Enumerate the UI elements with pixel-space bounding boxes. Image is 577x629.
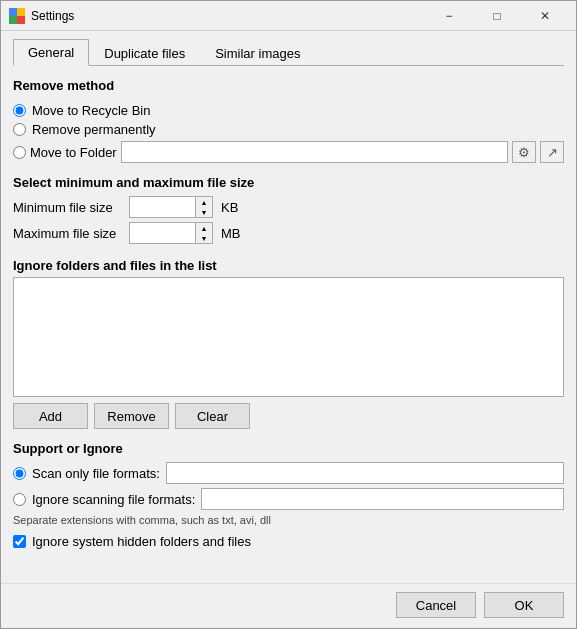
ok-button[interactable]: OK <box>484 592 564 618</box>
min-size-spinner: 0 ▲ ▼ <box>129 196 213 218</box>
svg-rect-1 <box>17 8 25 16</box>
remove-method-label: Remove method <box>13 78 564 93</box>
open-icon: ↗ <box>547 145 558 160</box>
checkbox-system-hidden[interactable] <box>13 535 26 548</box>
main-content: General Duplicate files Similar images R… <box>1 31 576 583</box>
hint-text: Separate extensions with comma, such as … <box>13 514 564 526</box>
min-size-up[interactable]: ▲ <box>196 197 212 207</box>
cancel-button[interactable]: Cancel <box>396 592 476 618</box>
remove-method-section: Remove method Move to Recycle Bin Remove… <box>13 78 564 163</box>
radio-row-recycle: Move to Recycle Bin <box>13 103 564 118</box>
list-action-buttons: Add Remove Clear <box>13 403 564 429</box>
gear-icon: ⚙ <box>518 145 530 160</box>
min-size-label: Minimum file size <box>13 200 123 215</box>
label-scan-formats[interactable]: Scan only file formats: <box>32 466 160 481</box>
support-section: Support or Ignore Scan only file formats… <box>13 441 564 549</box>
radio-row-folder: Move to Folder ⚙ ↗ <box>13 141 564 163</box>
label-ignore-formats[interactable]: Ignore scanning file formats: <box>32 492 195 507</box>
tab-similar-images[interactable]: Similar images <box>200 39 315 66</box>
window-controls: − □ ✕ <box>426 4 568 28</box>
ignore-list-label: Ignore folders and files in the list <box>13 258 564 273</box>
max-size-row: Maximum file size 100000 ▲ ▼ MB <box>13 222 564 244</box>
system-hidden-row: Ignore system hidden folders and files <box>13 534 564 549</box>
max-size-spinner: 100000 ▲ ▼ <box>129 222 213 244</box>
footer: Cancel OK <box>1 583 576 628</box>
radio-move-to-folder[interactable] <box>13 146 26 159</box>
max-unit-label: MB <box>221 226 241 241</box>
min-unit-label: KB <box>221 200 238 215</box>
window-title: Settings <box>31 9 426 23</box>
title-bar: Settings − □ ✕ <box>1 1 576 31</box>
svg-rect-2 <box>9 16 17 24</box>
label-system-hidden[interactable]: Ignore system hidden folders and files <box>32 534 251 549</box>
radio-ignore-formats[interactable] <box>13 493 26 506</box>
file-size-section: Select minimum and maximum file size Min… <box>13 175 564 248</box>
label-recycle-bin[interactable]: Move to Recycle Bin <box>32 103 151 118</box>
scan-formats-row: Scan only file formats: <box>13 462 564 484</box>
min-size-down[interactable]: ▼ <box>196 207 212 217</box>
ignore-list-box[interactable] <box>13 277 564 397</box>
max-size-arrows: ▲ ▼ <box>195 223 212 243</box>
radio-scan-formats[interactable] <box>13 467 26 480</box>
open-folder-button[interactable]: ↗ <box>540 141 564 163</box>
close-button[interactable]: ✕ <box>522 4 568 28</box>
tab-duplicate-files[interactable]: Duplicate files <box>89 39 200 66</box>
radio-recycle-bin[interactable] <box>13 104 26 117</box>
clear-button[interactable]: Clear <box>175 403 250 429</box>
tab-bar: General Duplicate files Similar images <box>13 39 564 66</box>
minimize-button[interactable]: − <box>426 4 472 28</box>
tab-general[interactable]: General <box>13 39 89 66</box>
max-size-down[interactable]: ▼ <box>196 233 212 243</box>
label-move-to-folder[interactable]: Move to Folder <box>30 145 117 160</box>
max-size-up[interactable]: ▲ <box>196 223 212 233</box>
max-size-input[interactable]: 100000 <box>130 223 195 243</box>
svg-rect-3 <box>17 16 25 24</box>
settings-window: Settings − □ ✕ General Duplicate files S… <box>0 0 577 629</box>
svg-rect-0 <box>9 8 17 16</box>
min-size-row: Minimum file size 0 ▲ ▼ KB <box>13 196 564 218</box>
app-icon <box>9 8 25 24</box>
ignore-formats-input[interactable] <box>201 488 564 510</box>
remove-button[interactable]: Remove <box>94 403 169 429</box>
maximize-button[interactable]: □ <box>474 4 520 28</box>
min-size-arrows: ▲ ▼ <box>195 197 212 217</box>
file-size-label: Select minimum and maximum file size <box>13 175 564 190</box>
radio-row-permanent: Remove permanently <box>13 122 564 137</box>
min-size-input[interactable]: 0 <box>130 197 195 217</box>
folder-path-input[interactable] <box>121 141 508 163</box>
gear-button[interactable]: ⚙ <box>512 141 536 163</box>
radio-remove-permanently[interactable] <box>13 123 26 136</box>
support-label: Support or Ignore <box>13 441 564 456</box>
ignore-list-section: Ignore folders and files in the list Add… <box>13 258 564 441</box>
add-button[interactable]: Add <box>13 403 88 429</box>
scan-formats-input[interactable] <box>166 462 564 484</box>
max-size-label: Maximum file size <box>13 226 123 241</box>
label-remove-permanently[interactable]: Remove permanently <box>32 122 156 137</box>
ignore-formats-row: Ignore scanning file formats: <box>13 488 564 510</box>
